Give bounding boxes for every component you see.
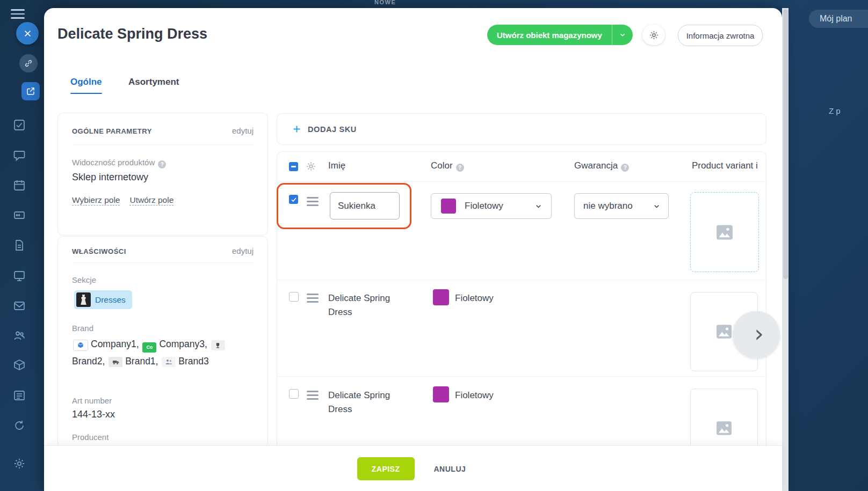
brand-icon-company1 (73, 340, 88, 351)
tab-assortment[interactable]: Asortyment (128, 77, 179, 87)
catalog-box-icon[interactable] (13, 358, 26, 371)
section-chip-dresses[interactable]: Dresses (74, 290, 132, 309)
chat-icon[interactable] (13, 149, 26, 162)
brand-value[interactable]: Company1, (91, 339, 139, 349)
product-editor-panel: Delicate Spring Dress Utwórz obiekt maga… (44, 8, 782, 491)
warranty-dropdown[interactable]: nie wybrano (574, 193, 669, 219)
general-parameters-edit-link[interactable]: edytuj (232, 126, 254, 135)
help-icon[interactable]: ? (158, 160, 166, 168)
settings-gear-button[interactable] (642, 25, 665, 45)
nowe-badge: NOWE (374, 0, 396, 5)
select-all-checkbox[interactable] (289, 162, 298, 171)
properties-edit-link[interactable]: edytuj (232, 246, 254, 255)
create-stock-object-dropdown[interactable] (612, 25, 633, 45)
column-header-variant-image[interactable]: Product variant i (692, 160, 758, 171)
brand-icon-brand2 (211, 340, 225, 350)
plus-icon (292, 124, 301, 134)
feedback-button[interactable]: Informacja zwrotna (678, 25, 763, 46)
create-stock-object-button[interactable]: Utwórz obiekt magazynowy (487, 25, 633, 45)
art-number-value[interactable]: 144-13-xx (72, 409, 115, 420)
brand-value[interactable]: Brand2, (72, 356, 105, 367)
scrollbar-thumb[interactable] (783, 9, 788, 279)
color-swatch-purple (433, 386, 449, 402)
general-parameters-card: OGÓLNE PARAMETRY edytuj Widoczność produ… (57, 113, 268, 236)
save-button[interactable]: ZAPISZ (357, 457, 415, 480)
gear-icon (649, 30, 659, 40)
color-dropdown[interactable]: Fioletowy (431, 193, 552, 219)
close-slider-button[interactable] (16, 22, 39, 45)
sidebar-settings-gear-icon[interactable] (13, 457, 26, 470)
properties-title: WŁAŚCIWOŚCI (72, 247, 126, 255)
row-checkbox[interactable] (289, 389, 299, 399)
minimized-slider-external-icon[interactable] (21, 82, 40, 100)
column-header-warranty[interactable]: Gwarancja? (574, 160, 629, 172)
tab-general[interactable]: Ogólne (70, 77, 102, 87)
news-icon[interactable] (13, 389, 26, 402)
add-sku-label: DODAJ SKU (308, 125, 357, 134)
chevron-down-icon (534, 202, 542, 210)
page-title: Delicate Spring Dress (57, 26, 207, 42)
help-icon[interactable]: ? (456, 164, 464, 172)
sync-icon[interactable] (13, 419, 26, 432)
tasks-icon[interactable] (13, 119, 26, 131)
color-swatch-purple (433, 289, 449, 305)
help-icon[interactable]: ? (621, 164, 629, 172)
chevron-down-icon (653, 202, 661, 210)
properties-card: WŁAŚCIWOŚCI edytuj Sekcje Dresses Brand … (57, 236, 268, 448)
tab-assortment-label: Asortyment (128, 77, 179, 87)
warranty-value: nie wybrano (583, 201, 653, 211)
create-stock-object-label: Utwórz obiekt magazynowy (487, 25, 612, 45)
dress-thumbnail (76, 292, 91, 307)
indeterminate-mark (291, 166, 296, 167)
choose-field-link[interactable]: Wybierz pole (72, 195, 120, 206)
image-placeholder-icon (715, 223, 734, 241)
cancel-button[interactable]: ANULUJ (431, 464, 469, 474)
crm-people-icon[interactable] (13, 329, 26, 342)
my-plan-label: Mój plan (820, 14, 852, 24)
create-field-link[interactable]: Utwórz pole (129, 195, 173, 206)
color-value: Fioletowy (465, 201, 534, 211)
section-chip-label: Dresses (95, 295, 126, 305)
sku-name-text[interactable]: Delicate Spring Dress (328, 389, 406, 416)
art-number-label: Art number (72, 396, 112, 405)
producer-label: Producent (72, 433, 108, 442)
row-checkbox[interactable] (289, 292, 299, 302)
mail-icon[interactable] (13, 299, 26, 312)
drag-handle[interactable] (307, 294, 319, 305)
vertical-scrollbar[interactable] (782, 8, 789, 491)
add-sku-button[interactable]: DODAJ SKU (277, 113, 766, 145)
drag-handle[interactable] (307, 391, 319, 402)
tab-general-label: Ogólne (70, 77, 102, 87)
sku-name-text[interactable]: Delicate Spring Dress (328, 291, 406, 319)
my-plan-button[interactable]: Mój plan (809, 10, 868, 28)
row-checkbox[interactable] (289, 195, 298, 204)
brand-value[interactable]: Company3, (159, 339, 207, 349)
brand-label: Brand (72, 324, 93, 333)
minimized-slider-link-icon[interactable] (19, 54, 38, 72)
desktop: { "colors": { "accent_blue": "#1a6fd4", … (0, 0, 868, 491)
sku-name-input[interactable] (330, 192, 400, 219)
sku-table: Imię Color? Gwarancja? Product variant i… (277, 151, 766, 451)
column-header-name[interactable]: Imię (328, 160, 345, 171)
drag-handle[interactable] (307, 197, 319, 208)
visibility-value[interactable]: Sklep internetowy (72, 172, 148, 183)
brand-value[interactable]: Brand3 (178, 356, 208, 367)
image-placeholder-icon (715, 420, 733, 437)
visibility-label: Widoczność produktów? (72, 158, 166, 168)
drive-icon[interactable] (13, 209, 26, 222)
main-menu-icon[interactable] (11, 9, 25, 21)
documents-icon[interactable] (13, 239, 26, 252)
brand-values: Company1, CoCompany3, Brand2, Brand1, Br… (72, 335, 252, 370)
variant-image-placeholder[interactable] (690, 389, 758, 451)
column-header-color[interactable]: Color? (431, 160, 464, 172)
brand-icon-brand1 (108, 357, 122, 367)
color-swatch-purple (441, 199, 456, 214)
variant-image-dropzone[interactable] (690, 192, 759, 272)
calendar-icon[interactable] (13, 179, 26, 192)
general-parameters-title: OGÓLNE PARAMETRY (72, 127, 152, 135)
table-settings-gear-icon[interactable] (306, 161, 316, 174)
display-ads-icon[interactable] (13, 269, 26, 282)
form-footer: ZAPISZ ANULUJ (44, 445, 782, 491)
scroll-right-button[interactable]: › (733, 311, 780, 358)
brand-value[interactable]: Brand1, (125, 356, 158, 367)
